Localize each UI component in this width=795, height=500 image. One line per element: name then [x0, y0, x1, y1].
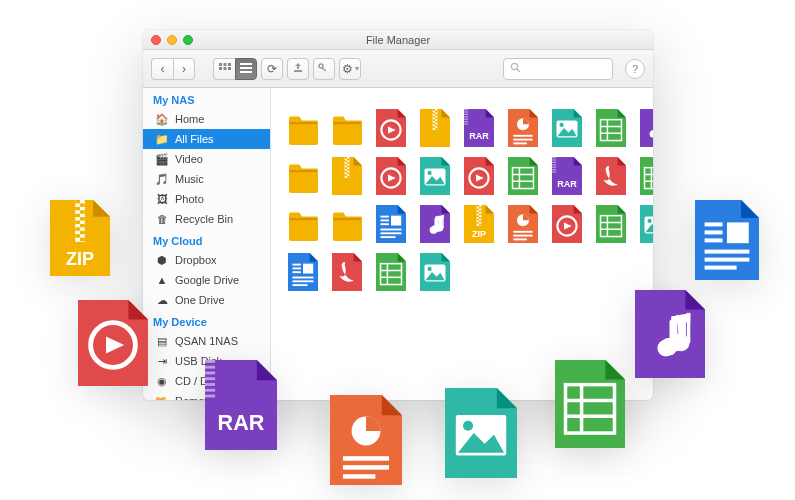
remote-icon: 📂: [155, 394, 169, 400]
file-item-rar[interactable]: RAR: [461, 106, 497, 150]
help-button[interactable]: ?: [625, 59, 645, 79]
file-item-table[interactable]: [637, 154, 653, 198]
svg-rect-54: [345, 160, 347, 162]
file-item-chart[interactable]: [505, 106, 541, 150]
file-item-table[interactable]: [593, 106, 629, 150]
file-item-image[interactable]: [549, 106, 585, 150]
sidebar-item-label: QSAN 1NAS: [175, 335, 238, 347]
file-item-image[interactable]: [417, 154, 453, 198]
window-titlebar[interactable]: File Manager: [143, 30, 653, 50]
file-item-doc[interactable]: [285, 250, 321, 294]
svg-rect-114: [513, 238, 527, 240]
svg-rect-102: [477, 212, 479, 214]
sidebar-item-qsan-1nas[interactable]: ▤QSAN 1NAS: [143, 331, 270, 351]
svg-rect-39: [513, 142, 527, 144]
svg-rect-112: [513, 231, 532, 233]
zoom-window-button[interactable]: [183, 35, 193, 45]
forward-button[interactable]: ›: [173, 58, 195, 80]
svg-rect-123: [293, 267, 301, 269]
svg-rect-72: [552, 157, 556, 158]
back-button[interactable]: ‹: [151, 58, 173, 80]
share-button[interactable]: [287, 58, 309, 80]
sidebar-item-recycle-bin[interactable]: 🗑Recycle Bin: [143, 209, 270, 229]
file-item-pdf[interactable]: [593, 154, 629, 198]
search-input[interactable]: [503, 58, 613, 80]
sidebar-item-label: Google Drive: [175, 274, 239, 286]
svg-rect-122: [293, 264, 301, 266]
svg-point-163: [463, 421, 473, 431]
svg-rect-107: [479, 220, 481, 222]
sidebar-item-music[interactable]: 🎵Music: [143, 169, 270, 189]
file-item-folder[interactable]: [285, 154, 321, 198]
sidebar-item-home[interactable]: 🏠Home: [143, 109, 270, 129]
file-item-image[interactable]: [417, 250, 453, 294]
svg-rect-85: [333, 218, 361, 220]
file-item-table[interactable]: [505, 154, 541, 198]
file-item-chart[interactable]: [505, 202, 541, 246]
settings-button[interactable]: ⚙▾: [339, 58, 361, 80]
file-item-video[interactable]: [373, 154, 409, 198]
link-icon: [318, 62, 330, 76]
file-manager-window: File Manager ‹ › ⟳ ⚙▾: [143, 30, 653, 400]
file-item-folder[interactable]: [329, 106, 365, 150]
svg-rect-150: [205, 360, 215, 363]
svg-rect-151: [205, 366, 215, 369]
file-item-doc[interactable]: [373, 202, 409, 246]
sidebar-item-photo[interactable]: 🖼Photo: [143, 189, 270, 209]
nav-back-forward: ‹ ›: [151, 58, 195, 80]
file-item-pdf[interactable]: [329, 250, 365, 294]
decorative-file-rar-icon: RAR: [205, 360, 277, 453]
svg-rect-27: [435, 128, 437, 130]
file-item-folder[interactable]: [285, 202, 321, 246]
file-item-rar[interactable]: RAR: [549, 154, 585, 198]
file-grid[interactable]: RAR: [271, 88, 653, 400]
svg-rect-19: [435, 114, 437, 116]
sidebar-item-video[interactable]: 🎬Video: [143, 149, 270, 169]
file-item-zip[interactable]: [417, 106, 453, 150]
file-item-image[interactable]: [637, 202, 653, 246]
file-item-music[interactable]: [417, 202, 453, 246]
svg-rect-86: [381, 216, 389, 218]
sidebar-item-dropbox[interactable]: ⬢Dropbox: [143, 250, 270, 270]
svg-rect-50: [289, 170, 317, 172]
decorative-file-video-icon: [78, 300, 148, 389]
svg-rect-160: [343, 465, 389, 470]
svg-rect-109: [479, 224, 481, 226]
share-icon: [293, 62, 303, 76]
svg-rect-26: [433, 126, 435, 128]
nas-icon: ▤: [155, 334, 169, 348]
svg-rect-145: [80, 231, 85, 234]
svg-rect-8: [240, 71, 252, 73]
file-item-table[interactable]: [593, 202, 629, 246]
file-item-folder[interactable]: [285, 106, 321, 150]
close-window-button[interactable]: [151, 35, 161, 45]
svg-rect-173: [705, 230, 723, 234]
minimize-window-button[interactable]: [167, 35, 177, 45]
file-item-folder[interactable]: [329, 202, 365, 246]
svg-rect-91: [381, 232, 402, 234]
svg-rect-57: [347, 166, 349, 168]
list-icon: [240, 62, 252, 76]
onedrive-icon: ☁: [155, 293, 169, 307]
svg-point-66: [428, 171, 432, 175]
sidebar-item-google-drive[interactable]: ▲Google Drive: [143, 270, 270, 290]
file-item-music[interactable]: [637, 106, 653, 150]
file-item-video[interactable]: [373, 106, 409, 150]
view-list-button[interactable]: [235, 58, 257, 80]
file-item-table[interactable]: [373, 250, 409, 294]
connect-button[interactable]: [313, 58, 335, 80]
file-item-zip[interactable]: ZIP: [461, 202, 497, 246]
music-icon: 🎵: [155, 172, 169, 186]
svg-rect-21: [435, 118, 437, 120]
refresh-button[interactable]: ⟳: [261, 58, 283, 80]
file-item-zip[interactable]: [329, 154, 365, 198]
sidebar-item-all-files[interactable]: 📁All Files: [143, 129, 270, 149]
file-item-video[interactable]: [549, 202, 585, 246]
svg-point-10: [319, 64, 323, 68]
file-item-video[interactable]: [461, 154, 497, 198]
sidebar-item-label: Photo: [175, 193, 204, 205]
sidebar-item-one-drive[interactable]: ☁One Drive: [143, 290, 270, 310]
view-grid-button[interactable]: [213, 58, 235, 80]
svg-rect-127: [293, 280, 314, 282]
photo-icon: 🖼: [155, 192, 169, 206]
